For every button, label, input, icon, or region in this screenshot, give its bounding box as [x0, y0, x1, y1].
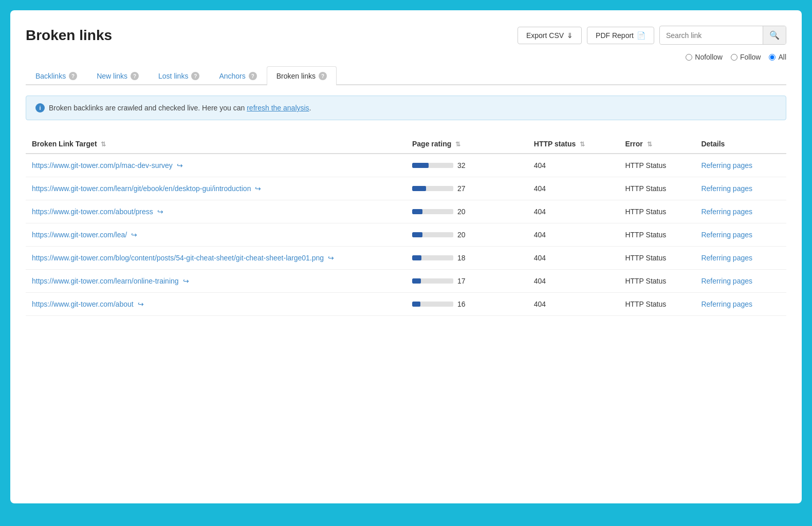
lost-links-help-icon[interactable]: ? [191, 72, 199, 80]
page-header: Broken links Export CSV ⇓ PDF Report 📄 🔍 [26, 26, 786, 45]
info-banner: i Broken backlinks are crawled and check… [26, 96, 786, 120]
external-link-icon-5[interactable]: ↪ [183, 277, 189, 285]
broken-link-0[interactable]: https://www.git-tower.com/p/mac-dev-surv… [32, 161, 173, 170]
main-container: Broken links Export CSV ⇓ PDF Report 📄 🔍… [10, 10, 802, 503]
rating-bar-fill-1 [412, 186, 426, 191]
broken-link-1[interactable]: https://www.git-tower.com/learn/git/eboo… [32, 184, 251, 193]
search-input[interactable] [660, 27, 763, 44]
cell-url-5: https://www.git-tower.com/learn/online-t… [26, 270, 406, 293]
backlinks-help-icon[interactable]: ? [69, 72, 77, 80]
broken-link-3[interactable]: https://www.git-tower.com/lea/ [32, 231, 127, 239]
details-link-5[interactable]: Referring pages [701, 277, 752, 285]
details-link-4[interactable]: Referring pages [701, 254, 752, 262]
tabs-container: Backlinks ? New links ? Lost links ? Anc… [26, 66, 786, 85]
radio-nofollow[interactable]: Nofollow [686, 53, 723, 61]
broken-link-6[interactable]: https://www.git-tower.com/about [32, 300, 134, 308]
cell-error-3: HTTP Status [619, 223, 695, 247]
broken-links-table: Broken Link Target ⇅ Page rating ⇅ HTTP … [26, 135, 786, 316]
col-error-label: Error [625, 140, 642, 148]
tab-broken-links[interactable]: Broken links ? [267, 66, 337, 85]
cell-url-2: https://www.git-tower.com/about/press ↪ [26, 200, 406, 223]
refresh-link[interactable]: refresh the analysis [247, 104, 309, 112]
cell-http-3: 404 [528, 223, 619, 247]
cell-details-2: Referring pages [695, 200, 786, 223]
cell-http-4: 404 [528, 247, 619, 270]
export-csv-button[interactable]: Export CSV ⇓ [518, 27, 582, 44]
tab-lost-links[interactable]: Lost links ? [149, 66, 209, 85]
external-link-icon-2[interactable]: ↪ [157, 208, 163, 216]
col-header-http[interactable]: HTTP status ⇅ [528, 135, 619, 154]
cell-rating-3: 20 [406, 223, 528, 247]
link-cell-0: https://www.git-tower.com/p/mac-dev-surv… [32, 161, 400, 170]
rating-cell-1: 27 [412, 184, 522, 193]
cell-details-4: Referring pages [695, 247, 786, 270]
link-cell-4: https://www.git-tower.com/blog/content/p… [32, 254, 400, 262]
col-header-error[interactable]: Error ⇅ [619, 135, 695, 154]
follow-label: Follow [740, 53, 761, 61]
broken-link-5[interactable]: https://www.git-tower.com/learn/online-t… [32, 277, 179, 285]
cell-http-2: 404 [528, 200, 619, 223]
rating-bar-fill-0 [412, 163, 429, 168]
link-cell-2: https://www.git-tower.com/about/press ↪ [32, 208, 400, 216]
pdf-report-button[interactable]: PDF Report 📄 [587, 27, 654, 44]
cell-details-1: Referring pages [695, 177, 786, 200]
table-row: https://www.git-tower.com/learn/online-t… [26, 270, 786, 293]
cell-http-0: 404 [528, 154, 619, 177]
external-link-icon-0[interactable]: ↪ [177, 161, 183, 170]
cell-rating-6: 16 [406, 293, 528, 316]
external-link-icon-3[interactable]: ↪ [131, 231, 137, 239]
col-target-label: Broken Link Target [32, 140, 97, 148]
sort-icon-http: ⇅ [580, 141, 585, 148]
col-header-rating[interactable]: Page rating ⇅ [406, 135, 528, 154]
tab-new-links[interactable]: New links ? [87, 66, 149, 85]
details-link-2[interactable]: Referring pages [701, 208, 752, 216]
col-header-target[interactable]: Broken Link Target ⇅ [26, 135, 406, 154]
details-link-0[interactable]: Referring pages [701, 161, 752, 170]
new-links-help-icon[interactable]: ? [131, 72, 139, 80]
info-text: Broken backlinks are crawled and checked… [49, 104, 311, 112]
rating-cell-5: 17 [412, 277, 522, 285]
details-link-6[interactable]: Referring pages [701, 300, 752, 308]
details-link-3[interactable]: Referring pages [701, 231, 752, 239]
cell-error-5: HTTP Status [619, 270, 695, 293]
tab-backlinks-label: Backlinks [35, 72, 66, 80]
external-link-icon-6[interactable]: ↪ [138, 300, 144, 308]
radio-follow[interactable]: Follow [731, 53, 761, 61]
rating-number-2: 20 [457, 208, 470, 216]
details-link-1[interactable]: Referring pages [701, 184, 752, 193]
pdf-icon: 📄 [637, 31, 645, 40]
cell-rating-5: 17 [406, 270, 528, 293]
broken-link-2[interactable]: https://www.git-tower.com/about/press [32, 208, 153, 216]
rating-bar-bg-5 [412, 278, 453, 284]
broken-links-help-icon[interactable]: ? [319, 72, 327, 80]
rating-cell-6: 16 [412, 300, 522, 308]
external-link-icon-4[interactable]: ↪ [328, 254, 334, 262]
col-details-label: Details [701, 140, 725, 148]
cell-url-3: https://www.git-tower.com/lea/ ↪ [26, 223, 406, 247]
sort-icon-error: ⇅ [647, 141, 652, 148]
cell-http-6: 404 [528, 293, 619, 316]
rating-number-3: 20 [457, 231, 470, 239]
sort-icon-target: ⇅ [101, 141, 106, 148]
cell-url-4: https://www.git-tower.com/blog/content/p… [26, 247, 406, 270]
broken-link-4[interactable]: https://www.git-tower.com/blog/content/p… [32, 254, 324, 262]
rating-bar-bg-4 [412, 255, 453, 260]
col-http-label: HTTP status [534, 140, 576, 148]
rating-bar-fill-5 [412, 278, 421, 284]
search-button[interactable]: 🔍 [763, 26, 786, 44]
anchors-help-icon[interactable]: ? [249, 72, 257, 80]
rating-bar-fill-4 [412, 255, 421, 260]
sort-icon-rating: ⇅ [455, 141, 460, 148]
tab-anchors[interactable]: Anchors ? [209, 66, 266, 85]
cell-http-5: 404 [528, 270, 619, 293]
cell-details-3: Referring pages [695, 223, 786, 247]
cell-http-1: 404 [528, 177, 619, 200]
external-link-icon-1[interactable]: ↪ [255, 184, 261, 193]
tab-backlinks[interactable]: Backlinks ? [26, 66, 87, 85]
rating-number-1: 27 [457, 184, 470, 193]
radio-all[interactable]: All [769, 53, 786, 61]
rating-bar-fill-6 [412, 302, 420, 307]
nofollow-label: Nofollow [695, 53, 723, 61]
table-row: https://www.git-tower.com/lea/ ↪ 20 404 … [26, 223, 786, 247]
table-row: https://www.git-tower.com/blog/content/p… [26, 247, 786, 270]
